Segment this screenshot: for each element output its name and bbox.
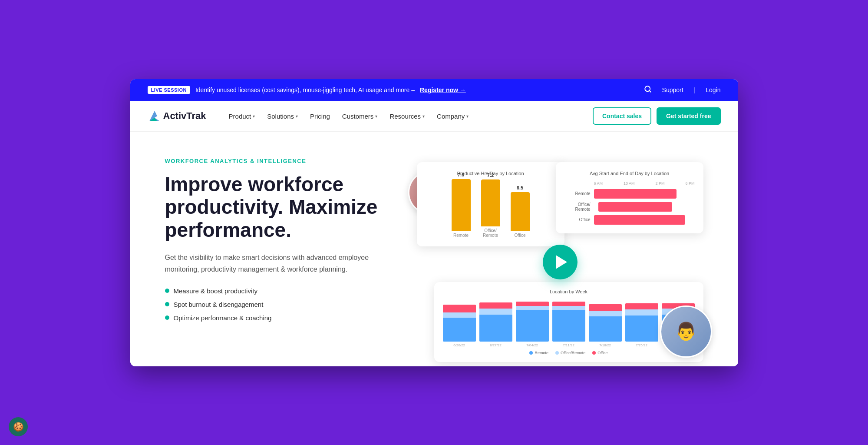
bar-value: 6.5 (517, 185, 523, 190)
gantt-bar-office (594, 215, 685, 225)
hero-headline: Improve workforce productivity. Maximize… (165, 173, 391, 242)
bar-group-office-remote: 7.2 Office/Remote (481, 173, 500, 238)
legend-dot-office (592, 351, 596, 355)
logo-text: ActivTrak (163, 110, 206, 122)
support-link[interactable]: Support (662, 86, 683, 93)
bullet-1: Measure & boost productivity (165, 287, 391, 295)
gantt-bar-office-remote (598, 202, 672, 212)
login-link[interactable]: Login (706, 86, 720, 93)
gantt-row-office-remote: Office/Remote (564, 202, 695, 212)
bar-group-remote: 7.6 Remote (452, 172, 471, 238)
bar-office (511, 192, 530, 231)
play-icon (556, 255, 567, 269)
nav-item-resources[interactable]: Resources ▾ (384, 109, 430, 123)
legend-remote: Remote (529, 351, 548, 355)
nav-item-product[interactable]: Product ▾ (224, 109, 261, 123)
search-icon[interactable] (644, 85, 652, 95)
nav-item-solutions[interactable]: Solutions ▾ (262, 109, 303, 123)
legend-office-remote: Office/Remote (555, 351, 585, 355)
chevron-down-icon: ▾ (466, 114, 469, 119)
cookie-icon: 🍪 (13, 422, 24, 432)
legend-office: Office (592, 351, 607, 355)
chart3-title: Location by Week (443, 289, 695, 294)
legend-dot-remote (529, 351, 533, 355)
stacked-col-6: 7/25/22 (625, 303, 658, 347)
bullet-dot (165, 302, 169, 306)
chevron-down-icon: ▾ (422, 114, 425, 119)
bullet-3: Optimize performance & coaching (165, 314, 391, 322)
avatar-man: 👨 (660, 306, 712, 358)
bullet-dot (165, 289, 169, 293)
hero-subtext: Get the visibility to make smart decisio… (165, 252, 391, 275)
chevron-down-icon: ▾ (253, 114, 255, 119)
bar-value: 7.2 (487, 173, 494, 178)
chart-avg-start: Avg Start and End of Day by Location 6 A… (556, 162, 703, 233)
gantt-header: 6 AM 10 AM 2 PM 6 PM (564, 181, 695, 186)
logo-icon (148, 109, 162, 123)
bullet-dot (165, 315, 169, 320)
live-session-badge: LIVE SESSION (148, 86, 190, 94)
stacked-col-4: 7/11/22 (552, 302, 585, 347)
stacked-col-2: 6/27/22 (479, 302, 512, 347)
stacked-chart: 6/20/22 6/27/22 7/04/22 (443, 299, 695, 347)
stacked-col-5: 7/18/22 (589, 304, 622, 347)
hero-dashboard: 👩 Productive Hrs/Day by Location 7.6 Rem… (417, 158, 703, 366)
navbar: ActivTrak Product ▾ Solutions ▾ Pricing … (130, 101, 738, 132)
bar-chart: 7.6 Remote 7.2 Office/Remote 6.5 Office (426, 181, 556, 238)
gantt-bar-remote (594, 189, 677, 199)
nav-menu: Product ▾ Solutions ▾ Pricing Customers … (224, 109, 474, 123)
chart-productive-hrs: Productive Hrs/Day by Location 7.6 Remot… (417, 162, 564, 246)
logo[interactable]: ActivTrak (148, 109, 206, 123)
hero-section: WORKFORCE ANALYTICS & INTELLIGENCE Impro… (130, 132, 738, 366)
register-link[interactable]: Register now → (420, 86, 466, 93)
bar-office-remote (481, 179, 500, 226)
nav-item-company[interactable]: Company ▾ (432, 109, 474, 123)
bar-label: Office (515, 233, 526, 238)
svg-line-1 (649, 90, 650, 92)
nav-item-pricing[interactable]: Pricing (305, 109, 335, 123)
chart2-title: Avg Start and End of Day by Location (564, 171, 695, 176)
chevron-down-icon: ▾ (375, 114, 377, 119)
announcement-text: Identify unused licenses (cost savings),… (195, 86, 415, 93)
announcement-bar: LIVE SESSION Identify unused licenses (c… (130, 79, 738, 101)
gantt-row-office: Office (564, 215, 695, 225)
bar-value: 7.6 (458, 172, 464, 177)
stacked-col-1: 6/20/22 (443, 305, 476, 347)
chart-legend: Remote Office/Remote Office (443, 351, 695, 355)
chevron-down-icon: ▾ (296, 114, 298, 119)
gantt-chart: Remote Office/Remote Office (564, 189, 695, 225)
nav-item-customers[interactable]: Customers ▾ (337, 109, 383, 123)
divider: | (694, 86, 696, 93)
play-button[interactable] (543, 245, 578, 279)
bar-label: Office/Remote (483, 228, 498, 238)
contact-sales-button[interactable]: Contact sales (593, 107, 651, 125)
bar-group-office: 6.5 Office (511, 185, 530, 238)
gantt-row-remote: Remote (564, 189, 695, 199)
get-started-button[interactable]: Get started free (657, 107, 720, 125)
bar-label: Remote (453, 233, 469, 238)
stacked-col-3: 7/04/22 (516, 302, 549, 347)
bar-remote (452, 179, 471, 231)
bullet-2: Spot burnout & disengagement (165, 301, 391, 308)
hero-bullets: Measure & boost productivity Spot burnou… (165, 287, 391, 322)
legend-dot-office-remote (555, 351, 559, 355)
cookie-consent-button[interactable]: 🍪 (9, 417, 28, 436)
hero-eyebrow: WORKFORCE ANALYTICS & INTELLIGENCE (165, 158, 391, 164)
